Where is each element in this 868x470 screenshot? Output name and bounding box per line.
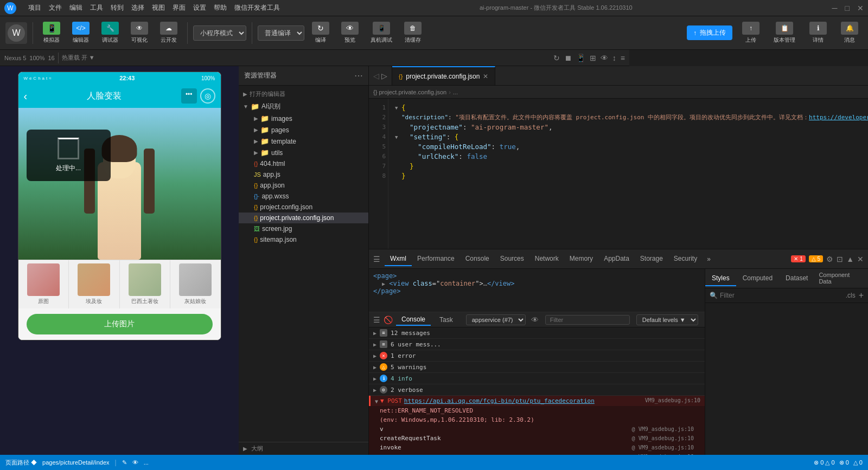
folder-template[interactable]: ▶ 📁 template [239, 136, 368, 147]
file-projectprivate[interactable]: {} project.private.config.json [239, 213, 368, 223]
insp-add-icon[interactable]: + [859, 291, 864, 300]
dt-tab-storage[interactable]: Storage [635, 252, 668, 266]
file-appjson[interactable]: {} app.json [239, 180, 368, 191]
file-projectconfig[interactable]: {} project.config.json [239, 202, 368, 213]
console-expand-5[interactable]: ▶ [373, 376, 376, 382]
menu-item-help[interactable]: 帮助 [214, 3, 227, 12]
console-row-warnings[interactable]: ▶ △ 5 warnings [369, 362, 705, 373]
status-edit-icon[interactable]: ✎ [122, 459, 127, 466]
drag-upload-button[interactable]: ↑ 拖拽上传 [687, 25, 732, 40]
upload-button[interactable]: ↑ 上传 [738, 20, 764, 46]
dt-tab-memory[interactable]: Memory [564, 252, 598, 266]
editor-tab-close[interactable]: ✕ [483, 73, 488, 80]
minimize-button[interactable]: ─ [832, 4, 838, 12]
dom-page-close[interactable]: </page> [373, 287, 700, 295]
status-eye-icon[interactable]: 👁 [132, 459, 138, 466]
file-screenjpg[interactable]: 🖼 screen.jpg [239, 223, 368, 234]
menu-item-edit[interactable]: 编辑 [69, 3, 82, 12]
clean-button[interactable]: 🗑 清缓存 [400, 20, 426, 46]
dt-tab-appdata[interactable]: AppData [598, 252, 635, 266]
appservice-select[interactable]: appservice (#7) [466, 314, 526, 325]
dt-close-icon[interactable]: ✕ [857, 255, 864, 263]
menu-item-select[interactable]: 选择 [131, 3, 144, 12]
insp-filter-input[interactable] [720, 292, 846, 299]
editor-button[interactable]: </> 编辑器 [68, 20, 94, 46]
console-source-invoke1[interactable]: @ VM9_asdebug.js:10 [632, 445, 694, 450]
maximize-button[interactable]: □ [845, 4, 850, 12]
file-appwxss[interactable]: {}· app.wxss [239, 191, 368, 202]
dt-collapse-icon[interactable]: ▲ [846, 255, 854, 263]
menu-item-view[interactable]: 视图 [152, 3, 165, 12]
sec-toolbar-refresh-icon[interactable]: ↻ [553, 54, 560, 62]
dt-tab-sources[interactable]: Sources [495, 252, 529, 266]
dt-tab-network[interactable]: Network [529, 252, 564, 266]
console-expand-error[interactable]: ▼ [375, 398, 378, 404]
console-tab-console[interactable]: Console [396, 314, 431, 326]
console-expand-2[interactable]: ▶ [373, 342, 376, 347]
refresh-button[interactable]: ↻ 编译 [308, 20, 334, 46]
editor-tab-active[interactable]: {} project.private.config.json ✕ [392, 66, 495, 85]
phone-back-button[interactable]: ‹ [24, 90, 28, 102]
folder-utils[interactable]: ▶ 📁 utils [239, 147, 368, 158]
fold-4[interactable]: ▼ [395, 132, 401, 142]
insp-tab-componentdata[interactable]: Component Data [814, 269, 868, 289]
version-button[interactable]: 📋 版本管理 [769, 20, 800, 46]
sec-toolbar-phone-icon[interactable]: 📱 [576, 54, 585, 62]
console-stack-createrequest[interactable]: createRequestTask @ VM9_asdebug.js:10 [369, 434, 705, 443]
upload-photo-button[interactable]: 上传图片 [27, 314, 213, 334]
menu-item-wechat[interactable]: 微信开发者工具 [234, 3, 280, 12]
sec-toolbar-cursor-icon[interactable]: ↕ [612, 54, 616, 62]
dt-tab-console[interactable]: Console [460, 252, 495, 266]
mode-select[interactable]: 小程序模式 [193, 25, 246, 41]
console-filter-input[interactable] [545, 315, 630, 325]
console-expand-1[interactable]: ▶ [373, 330, 376, 336]
dt-dock-icon[interactable]: ⊡ [837, 255, 843, 263]
console-expand-4[interactable]: ▶ [373, 364, 376, 370]
console-row-1error[interactable]: ▶ ✕ 1 error [369, 350, 705, 362]
menu-item-file[interactable]: 文件 [49, 3, 62, 12]
tab-nav-back[interactable]: ◁ [373, 72, 379, 80]
hot-reload-toggle[interactable]: 热重载 开 ▼ [62, 54, 95, 62]
insp-cls-label[interactable]: .cls [846, 292, 856, 299]
file-sitemap[interactable]: {} sitemap.json [239, 234, 368, 245]
console-stack-invoke1[interactable]: invoke @ VM9_asdebug.js:10 [369, 443, 705, 452]
visual-button[interactable]: 👁 可视化 [126, 20, 152, 46]
console-source-v[interactable]: @ VM9_asdebug.js:10 [632, 426, 694, 432]
phone-action-1[interactable]: ••• [181, 88, 197, 104]
sec-toolbar-eye-icon[interactable]: 👁 [601, 54, 608, 62]
dom-view[interactable]: ▶ <view class="container">…</view> [373, 280, 700, 287]
preview-button[interactable]: 👁 预览 [337, 20, 363, 46]
tab-nav-forward[interactable]: ▷ [381, 72, 387, 80]
dt-tab-wxml[interactable]: Wxml [385, 252, 412, 266]
folder-ai[interactable]: ▼ 📁 AI识别 [239, 100, 368, 113]
dt-tab-security[interactable]: Security [668, 252, 703, 266]
console-row-user-messages[interactable]: ▶ ≡ 6 user mess... [369, 339, 705, 350]
thumb-brazil[interactable]: 巴西土著妆 [120, 260, 171, 308]
insp-tab-styles[interactable]: Styles [705, 271, 736, 286]
console-menu-icon[interactable]: ☰ [373, 316, 380, 324]
menu-item-project[interactable]: 项目 [28, 3, 41, 12]
dt-tab-perf[interactable]: Performance [412, 252, 460, 266]
open-editors-section[interactable]: ▶ 打开的编辑器 [239, 88, 368, 100]
menu-item-interface[interactable]: 界面 [173, 3, 186, 12]
dt-tab-more[interactable]: » [703, 253, 715, 266]
simulator-button[interactable]: 📱 模拟器 [39, 20, 65, 46]
sec-toolbar-more-icon[interactable]: ≡ [621, 54, 625, 62]
console-error-url[interactable]: https://api.ai.qq.com/fcgi-bin/ptu/ptu_f… [404, 397, 595, 404]
console-row-info[interactable]: ▶ ℹ 4 info [369, 373, 705, 384]
sec-toolbar-stop-icon[interactable]: ⏹ [564, 54, 572, 62]
console-eye-icon[interactable]: 👁 [531, 316, 539, 324]
dom-page[interactable]: <page> [373, 272, 700, 280]
menu-item-tools[interactable]: 工具 [90, 3, 103, 12]
thumb-egypt[interactable]: 埃及妆 [69, 260, 120, 308]
sec-toolbar-grid-icon[interactable]: ⊞ [590, 54, 596, 62]
thumb-original[interactable]: 原图 [18, 260, 69, 308]
folder-pages[interactable]: ▶ 📁 pages [239, 124, 368, 136]
phone-action-2[interactable]: ◎ [200, 88, 215, 104]
menu-item-goto[interactable]: 转到 [111, 3, 124, 12]
console-row-messages[interactable]: ▶ ≡ 12 messages [369, 327, 705, 339]
console-row-verbose[interactable]: ▶ ⚙ 2 verbose [369, 384, 705, 396]
status-dots-icon[interactable]: ... [144, 459, 149, 466]
dt-settings-icon[interactable]: ⚙ [826, 255, 833, 263]
insp-tab-computed[interactable]: Computed [736, 271, 779, 286]
